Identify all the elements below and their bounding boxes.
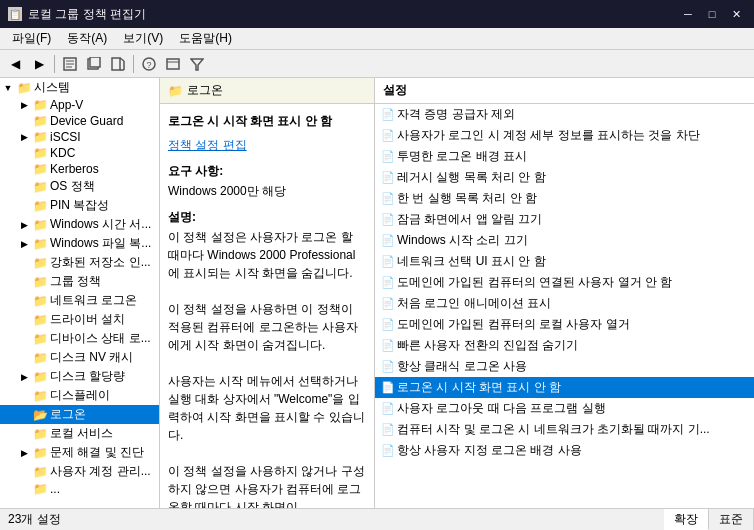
tree-item-kerberos[interactable]: 📁 Kerberos xyxy=(0,161,159,177)
tree-item-appv[interactable]: ▶ 📁 App-V xyxy=(0,97,159,113)
list-item-11[interactable]: 📄 빠른 사용자 전환의 진입점 숨기기 xyxy=(375,335,754,356)
list-item-label-3: 레거시 실행 목록 처리 안 함 xyxy=(397,169,546,186)
middle-header-icon: 📁 xyxy=(168,84,183,98)
policy-title: 로그온 시 시작 화면 표시 안 함 xyxy=(168,112,366,130)
list-item-3[interactable]: 📄 레거시 실행 목록 처리 안 함 xyxy=(375,167,754,188)
folder-logon-icon: 📂 xyxy=(32,408,48,422)
tree-label-localservice: 로컬 서비스 xyxy=(48,425,113,442)
close-button[interactable]: ✕ xyxy=(726,6,746,22)
left-panel[interactable]: ▼ 📁 시스템 ▶ 📁 App-V 📁 Device Guard ▶ 📁 iSC… xyxy=(0,78,160,508)
list-item-label-10: 도메인에 가입된 컴퓨터의 로컬 사용자 열거 xyxy=(397,316,630,333)
list-item-0[interactable]: 📄 자격 증명 공급자 제외 xyxy=(375,104,754,125)
description-text: 이 정책 설정은 사용자가 로그온 할 때마다 Windows 2000 Pro… xyxy=(168,228,366,508)
list-item-label-9: 처음 로그인 애니메이션 표시 xyxy=(397,295,551,312)
requirement-text: Windows 2000만 해당 xyxy=(168,182,366,200)
tree-item-kdc[interactable]: 📁 KDC xyxy=(0,145,159,161)
tree-item-netlogon[interactable]: 📁 네트워크 로그온 xyxy=(0,291,159,310)
tree-item-useracct[interactable]: 📁 사용자 계정 관리... xyxy=(0,462,159,481)
window-controls[interactable]: ─ □ ✕ xyxy=(678,6,746,22)
list-item-12[interactable]: 📄 항상 클래식 로그온 사용 xyxy=(375,356,754,377)
list-item-6[interactable]: 📄 Windows 시작 소리 끄기 xyxy=(375,230,754,251)
svg-rect-5 xyxy=(90,57,100,67)
list-item-label-13: 로그온 시 시작 화면 표시 안 함 xyxy=(397,379,561,396)
toolbar-btn-help[interactable]: ? xyxy=(138,53,160,75)
list-item-4[interactable]: 📄 한 번 실행 목록 처리 안 함 xyxy=(375,188,754,209)
menu-action[interactable]: 동작(A) xyxy=(59,28,115,49)
tree-item-disknv[interactable]: 📁 디스크 NV 캐시 xyxy=(0,348,159,367)
tree-toggle-iscsi[interactable]: ▶ xyxy=(16,132,32,142)
tree-toggle-system[interactable]: ▼ xyxy=(0,83,16,93)
status-tab-expand[interactable]: 확장 xyxy=(664,509,709,530)
list-item-2[interactable]: 📄 투명한 로그온 배경 표시 xyxy=(375,146,754,167)
tree-item-device-guard[interactable]: 📁 Device Guard xyxy=(0,113,159,129)
menu-view[interactable]: 보기(V) xyxy=(115,28,171,49)
tree-item-driver[interactable]: 📁 드라이버 설치 xyxy=(0,310,159,329)
list-item-15[interactable]: 📄 컴퓨터 시작 및 로그온 시 네트워크가 초기화될 때까지 기... xyxy=(375,419,754,440)
tree-item-wfile[interactable]: ▶ 📁 Windows 파일 복... xyxy=(0,234,159,253)
folder-disknv-icon: 📁 xyxy=(32,351,48,365)
tree-item-os-policy[interactable]: 📁 OS 정책 xyxy=(0,177,159,196)
list-item-5[interactable]: 📄 잠금 화면에서 앱 알림 끄기 xyxy=(375,209,754,230)
tree-item-iscsi[interactable]: ▶ 📁 iSCSI xyxy=(0,129,159,145)
tree-label-pin: PIN 복잡성 xyxy=(48,197,109,214)
list-item-label-1: 사용자가 로그인 시 계정 세부 정보를 표시하는 것을 차단 xyxy=(397,127,700,144)
tree-item-system[interactable]: ▼ 📁 시스템 xyxy=(0,78,159,97)
list-item-icon-6: 📄 xyxy=(379,234,397,247)
folder-pin-icon: 📁 xyxy=(32,199,48,213)
list-item-label-2: 투명한 로그온 배경 표시 xyxy=(397,148,527,165)
maximize-button[interactable]: □ xyxy=(702,6,722,22)
tree-label-group: 그룹 정책 xyxy=(48,273,101,290)
folder-appv-icon: 📁 xyxy=(32,98,48,112)
tree-toggle-wfile[interactable]: ▶ xyxy=(16,239,32,249)
status-tab-standard[interactable]: 표준 xyxy=(709,509,754,530)
back-button[interactable]: ◀ xyxy=(4,53,26,75)
tree-item-group[interactable]: 📁 그룹 정책 xyxy=(0,272,159,291)
folder-enforced-icon: 📁 xyxy=(32,256,48,270)
toolbar-btn-4[interactable] xyxy=(162,53,184,75)
list-item-14[interactable]: 📄 사용자 로그아웃 때 다음 프로그램 실행 xyxy=(375,398,754,419)
forward-button[interactable]: ▶ xyxy=(28,53,50,75)
list-item-label-11: 빠른 사용자 전환의 진입점 숨기기 xyxy=(397,337,578,354)
right-panel: 설정 📄 자격 증명 공급자 제외 📄 사용자가 로그인 시 계정 세부 정보를… xyxy=(375,78,754,508)
tree-item-localservice[interactable]: 📁 로컬 서비스 xyxy=(0,424,159,443)
toolbar-sep-1 xyxy=(54,55,55,73)
tree-toggle-appv[interactable]: ▶ xyxy=(16,100,32,110)
menu-help[interactable]: 도움말(H) xyxy=(171,28,240,49)
list-item-7[interactable]: 📄 네트워크 선택 UI 표시 안 함 xyxy=(375,251,754,272)
tree-item-more[interactable]: 📁 ... xyxy=(0,481,159,497)
toolbar-btn-filter[interactable] xyxy=(186,53,208,75)
folder-kdc-icon: 📁 xyxy=(32,146,48,160)
tree-item-wtime[interactable]: ▶ 📁 Windows 시간 서... xyxy=(0,215,159,234)
tree-item-enforced[interactable]: 📁 강화된 저장소 인... xyxy=(0,253,159,272)
tree-toggle-trouble[interactable]: ▶ xyxy=(16,448,32,458)
tree-item-trouble[interactable]: ▶ 📁 문제 해결 및 진단 xyxy=(0,443,159,462)
list-item-1[interactable]: 📄 사용자가 로그인 시 계정 세부 정보를 표시하는 것을 차단 xyxy=(375,125,754,146)
tree-item-logon[interactable]: 📂 로그온 xyxy=(0,405,159,424)
folder-wfile-icon: 📁 xyxy=(32,237,48,251)
menu-file[interactable]: 파일(F) xyxy=(4,28,59,49)
folder-group-icon: 📁 xyxy=(32,275,48,289)
tree-item-pin[interactable]: 📁 PIN 복잡성 xyxy=(0,196,159,215)
toolbar-btn-2[interactable] xyxy=(83,53,105,75)
list-item-9[interactable]: 📄 처음 로그인 애니메이션 표시 xyxy=(375,293,754,314)
list-item-16[interactable]: 📄 항상 사용자 지정 로그온 배경 사용 xyxy=(375,440,754,461)
tree-item-diskquota[interactable]: ▶ 📁 디스크 할당량 xyxy=(0,367,159,386)
toolbar-btn-1[interactable] xyxy=(59,53,81,75)
tree-item-display[interactable]: 📁 디스플레이 xyxy=(0,386,159,405)
toolbar-btn-3[interactable] xyxy=(107,53,129,75)
minimize-button[interactable]: ─ xyxy=(678,6,698,22)
list-item-label-16: 항상 사용자 지정 로그온 배경 사용 xyxy=(397,442,582,459)
tree-toggle-diskquota[interactable]: ▶ xyxy=(16,372,32,382)
list-item-10[interactable]: 📄 도메인에 가입된 컴퓨터의 로컬 사용자 열거 xyxy=(375,314,754,335)
tree-toggle-dg xyxy=(16,116,32,126)
list-item-icon-5: 📄 xyxy=(379,213,397,226)
tree-item-devstatus[interactable]: 📁 디바이스 상태 로... xyxy=(0,329,159,348)
right-list[interactable]: 📄 자격 증명 공급자 제외 📄 사용자가 로그인 시 계정 세부 정보를 표시… xyxy=(375,104,754,508)
list-item-8[interactable]: 📄 도메인에 가입된 컴퓨터의 연결된 사용자 열거 안 함 xyxy=(375,272,754,293)
policy-link[interactable]: 정책 설정 편집 xyxy=(168,138,247,152)
list-item-13[interactable]: 📄 로그온 시 시작 화면 표시 안 함 xyxy=(375,377,754,398)
tree-toggle-wtime[interactable]: ▶ xyxy=(16,220,32,230)
list-item-icon-4: 📄 xyxy=(379,192,397,205)
tree-label-enforced: 강화된 저장소 인... xyxy=(48,254,151,271)
tree-label-devstatus: 디바이스 상태 로... xyxy=(48,330,151,347)
